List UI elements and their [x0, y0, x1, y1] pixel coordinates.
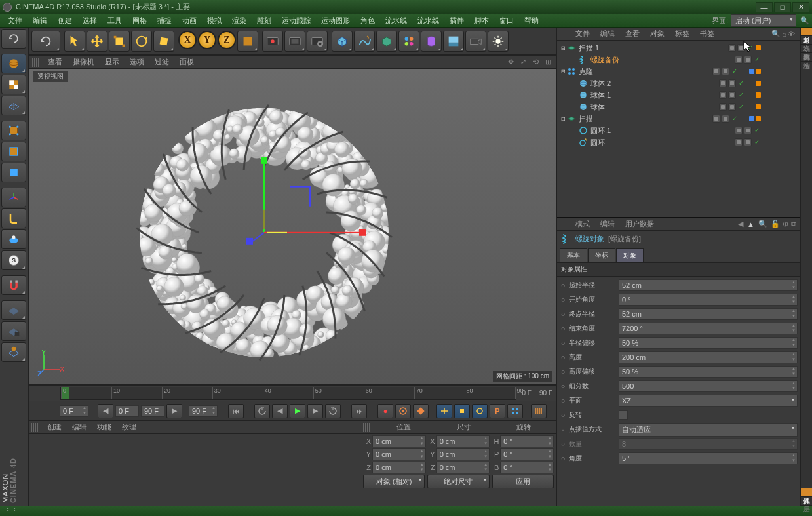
search-icon[interactable]: 🔍 [800, 16, 809, 25]
tree-item-圆环.1[interactable]: 圆环.1✓ [557, 125, 800, 136]
camera-tool[interactable] [465, 31, 486, 52]
size-Y[interactable]: 0 cm▲▼ [436, 448, 490, 460]
autokey-button[interactable] [395, 404, 411, 418]
light-tool[interactable] [488, 31, 509, 52]
mat-menu-纹理[interactable]: 纹理 [117, 421, 142, 433]
tree-item-螺旋备份[interactable]: 螺旋备份✓ [557, 54, 800, 66]
menu-窗口[interactable]: 窗口 [494, 14, 519, 27]
minimize-button[interactable]: — [756, 2, 773, 12]
range-start-field[interactable]: 0 F [115, 405, 139, 417]
search-icon[interactable]: 🔍 [758, 220, 767, 228]
next-key-button[interactable] [325, 404, 341, 418]
goto-end-button[interactable]: ⏭ [351, 404, 367, 418]
prop-field-结束角度[interactable]: 7200 °▲▼ [619, 323, 798, 334]
vtab-场次[interactable]: 场次 [801, 36, 812, 45]
rot-H[interactable]: 0 °▲▼ [500, 435, 554, 447]
x-axis-toggle[interactable]: X [178, 31, 197, 49]
drag-handle-icon[interactable] [560, 220, 566, 229]
range-end-arrow[interactable]: ▶ [166, 404, 182, 418]
range-end-field[interactable]: 90 F [141, 405, 164, 417]
viewport[interactable]: 查看摄像机显示选项过滤面板 ✥ ⤢ ⟲ ⊞ 透视视图 [29, 55, 556, 385]
range-start-arrow[interactable]: ◀ [98, 404, 113, 418]
vp-layout-icon[interactable]: ⊞ [543, 58, 553, 67]
pos-X[interactable]: 0 cm▲▼ [372, 435, 426, 447]
attr-menu-模式[interactable]: 模式 [570, 218, 595, 230]
menu-渲染[interactable]: 渲染 [227, 14, 252, 27]
rotate-tool[interactable] [131, 31, 152, 52]
pos-Z[interactable]: 0 cm▲▼ [372, 462, 426, 473]
mat-menu-编辑[interactable]: 编辑 [67, 421, 92, 433]
menu-捕捉[interactable]: 捕捉 [152, 14, 177, 27]
rot-P[interactable]: 0 °▲▼ [500, 448, 554, 460]
vp-menu-过滤[interactable]: 过滤 [149, 56, 174, 68]
record-key-button[interactable]: ● [377, 404, 393, 418]
drag-handle-icon[interactable] [32, 58, 39, 67]
live-select-tool[interactable] [64, 31, 85, 52]
tree-item-圆环[interactable]: 圆环✓ [557, 136, 800, 148]
drag-handle-icon[interactable] [363, 423, 370, 432]
last-tool[interactable] [153, 31, 174, 52]
vp-zoom-icon[interactable]: ⤢ [518, 58, 528, 67]
timeline-window-button[interactable] [531, 404, 547, 418]
next-frame-button[interactable]: ▶ [307, 404, 323, 418]
attr-tab-基本[interactable]: 基本 [560, 248, 587, 262]
menu-选择[interactable]: 选择 [77, 14, 102, 27]
vtab-内容浏览器[interactable]: 内容浏览器 [801, 45, 812, 53]
viewport-canvas[interactable]: 透视视图 [29, 69, 556, 384]
menu-动画[interactable]: 动画 [177, 14, 202, 27]
mat-menu-创建[interactable]: 创建 [42, 421, 67, 433]
obj-menu-查看[interactable]: 查看 [620, 28, 645, 40]
deformer-tool[interactable] [421, 31, 442, 52]
primitive-tool[interactable] [332, 31, 353, 52]
coord-abs-dropdown[interactable]: 绝对尺寸 [427, 475, 489, 488]
tree-item-克隆[interactable]: ⊟克隆✓ [557, 66, 800, 77]
drag-handle-icon[interactable] [560, 30, 566, 39]
prop-field-数量[interactable]: 8▲▼ [619, 438, 798, 450]
layout-dropdown[interactable]: 启动 (用户) [731, 14, 796, 27]
search-icon[interactable]: 🔍 [771, 30, 781, 38]
move-tool[interactable] [87, 31, 107, 52]
pla-key-toggle[interactable] [507, 404, 523, 418]
rot-B[interactable]: 0 °▲▼ [500, 462, 554, 473]
magnet-tool[interactable] [1, 275, 26, 295]
edge-mode-tool[interactable] [1, 142, 26, 161]
tree-item-球体.2[interactable]: 球体.2✓ [557, 77, 800, 89]
size-Z[interactable]: 0 cm▲▼ [436, 462, 490, 473]
timeline-ruler[interactable]: 0102030405060708090 [60, 387, 516, 400]
menu-脚本[interactable]: 脚本 [469, 14, 494, 27]
menu-编辑[interactable]: 编辑 [28, 14, 52, 27]
prev-icon[interactable]: ◀ [738, 220, 743, 228]
tree-item-球体.1[interactable]: 球体.1✓ [557, 89, 800, 101]
render-settings-button[interactable] [307, 31, 328, 52]
pos-Y[interactable]: 0 cm▲▼ [372, 448, 426, 460]
planar-workplane-tool[interactable] [1, 342, 26, 362]
tree-item-球体[interactable]: 球体✓ [557, 101, 800, 113]
menu-模拟[interactable]: 模拟 [202, 14, 227, 27]
scale-key-toggle[interactable] [454, 404, 470, 418]
drag-handle-icon[interactable] [31, 423, 38, 432]
attr-tab-坐标[interactable]: 坐标 [588, 248, 615, 262]
prev-key-button[interactable] [254, 404, 270, 418]
menu-创建[interactable]: 创建 [52, 14, 77, 27]
undo-button[interactable] [31, 31, 60, 52]
viewport-solo-tool[interactable] [1, 229, 26, 249]
prop-field-半径偏移[interactable]: 50 %▲▼ [619, 337, 798, 349]
status-handle[interactable]: ⋮⋮ [4, 507, 18, 515]
attr-tab-对象[interactable]: 对象 [616, 248, 644, 262]
polygon-mode-tool[interactable] [1, 163, 26, 182]
new-icon[interactable]: ⊕ [783, 220, 788, 228]
spline-tool[interactable] [354, 31, 375, 52]
maximize-button[interactable]: □ [774, 2, 791, 12]
generator-tool[interactable] [376, 31, 397, 52]
vtab-属性[interactable]: 属性 [801, 488, 812, 497]
vtab-构造[interactable]: 构造 [801, 53, 812, 62]
z-axis-toggle[interactable]: Z [218, 31, 236, 49]
coord-mode-dropdown[interactable]: 对象 (相对) [363, 475, 425, 488]
vtab-层[interactable]: 层 [801, 497, 812, 506]
vp-menu-选项[interactable]: 选项 [125, 56, 149, 68]
snap-tool[interactable]: S [1, 250, 26, 270]
vtab-对象[interactable]: 对象 [801, 28, 812, 36]
max-frame-field[interactable]: 90 F▲▼ [189, 405, 218, 417]
prop-field-细分数[interactable]: 500▲▼ [619, 380, 798, 392]
close-button[interactable]: ✕ [792, 2, 809, 12]
